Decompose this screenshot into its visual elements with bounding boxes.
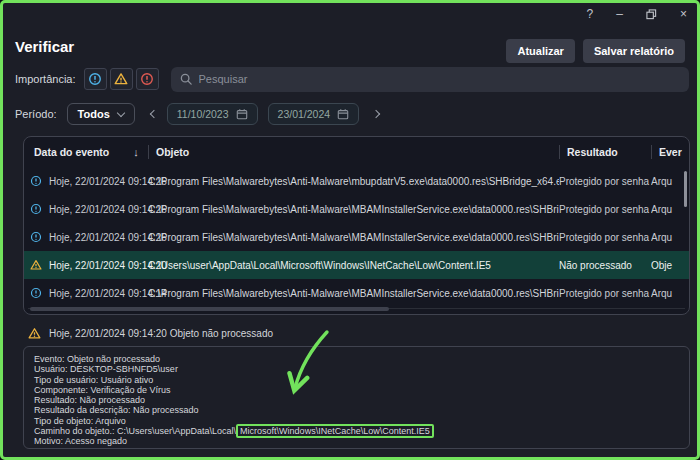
result-cell: Protegido por senha <box>559 232 651 243</box>
severity-critical-filter-button[interactable] <box>136 68 159 90</box>
detail-line: Resultado da descrição: Não processado <box>34 405 679 415</box>
date-from-value: 11/10/2023 <box>177 108 229 120</box>
detail-header: Hoje, 22/01/2024 09:14:20 Objeto não pro… <box>28 327 273 340</box>
info-icon <box>30 175 42 187</box>
column-header-result[interactable]: Resultado <box>559 137 651 167</box>
report-window: ?–× Verificar Atualizar Salvar relatório… <box>0 0 700 460</box>
event-type-cell: Arqu <box>651 288 689 299</box>
detail-line: Tipo de usuário: Usuário ativo <box>34 375 679 385</box>
severity-warning-filter-button[interactable] <box>110 68 133 90</box>
refresh-button[interactable]: Atualizar <box>506 39 574 63</box>
date-to-value: 23/01/2024 <box>278 108 331 120</box>
detail-line: Usuário: DESKTOP-SBHNFD5\user <box>34 364 679 374</box>
event-type-cell: Arqu <box>651 232 689 243</box>
period-row: Período: Todos 11/10/2023 23/01/2024 <box>15 102 379 126</box>
event-date-cell: Hoje, 22/01/2024 09:14:14 <box>24 287 148 299</box>
info-icon <box>30 203 42 215</box>
table-row[interactable]: Hoje, 22/01/2024 09:14:26C:\Program File… <box>24 167 689 195</box>
events-table: Data do evento ↓ Objeto Resultado Ever H… <box>23 136 690 315</box>
object-path-cell: C:\Program Files\Malwarebytes\Anti-Malwa… <box>148 204 559 215</box>
save-report-button[interactable]: Salvar relatório <box>583 39 685 63</box>
detail-line: Resultado: Não processado <box>34 395 679 405</box>
importance-label: Importância: <box>15 73 76 85</box>
event-date-cell: Hoje, 22/01/2024 09:14:26 <box>24 231 148 243</box>
calendar-icon <box>236 108 248 120</box>
search-box <box>171 67 689 92</box>
column-header-event[interactable]: Ever <box>651 137 689 167</box>
date-from-field[interactable]: 11/10/2023 <box>167 103 258 125</box>
restore-icon <box>646 9 657 20</box>
result-cell: Protegido por senha <box>559 288 651 299</box>
filter-row: Importância: <box>15 66 689 92</box>
detail-box: Evento: Objeto não processadoUsuário: DE… <box>23 346 690 449</box>
warning-icon <box>28 327 41 340</box>
period-label: Período: <box>15 108 57 120</box>
result-cell: Protegido por senha <box>559 176 651 187</box>
detail-line: Componente: Verificação de Vírus <box>34 385 679 395</box>
chevron-right-icon[interactable] <box>372 110 380 118</box>
table-row[interactable]: Hoje, 22/01/2024 09:14:26C:\Program File… <box>24 195 689 223</box>
event-date-cell: Hoje, 22/01/2024 09:14:26 <box>24 203 148 215</box>
info-icon <box>30 287 42 299</box>
titlebar-controls: ?–× <box>587 7 687 21</box>
column-header-date[interactable]: Data do evento ↓ <box>24 137 148 167</box>
event-type-cell: Obje <box>651 260 689 271</box>
chevron-left-icon[interactable] <box>150 110 158 118</box>
event-date-cell: Hoje, 22/01/2024 09:14:26 <box>24 175 148 187</box>
table-row[interactable]: Hoje, 22/01/2024 09:14:14C:\Program File… <box>24 279 689 307</box>
result-cell: Não processado <box>559 260 651 271</box>
help-button[interactable]: ? <box>587 7 594 21</box>
severity-filter-group <box>84 68 159 90</box>
page-title: Verificar <box>15 38 74 55</box>
object-path-cell: C:\Program Files\Malwarebytes\Anti-Malwa… <box>148 232 559 243</box>
restore-button[interactable] <box>646 9 657 20</box>
calendar-icon <box>337 108 349 120</box>
header-buttons: Atualizar Salvar relatório <box>506 39 685 63</box>
sort-descending-icon: ↓ <box>133 146 139 158</box>
vertical-scrollbar[interactable] <box>684 171 687 207</box>
severity-info-filter-button[interactable] <box>84 68 107 90</box>
table-body: Hoje, 22/01/2024 09:14:26C:\Program File… <box>24 167 689 307</box>
object-path-cell: C:\Users\user\AppData\Local\Microsoft\Wi… <box>148 260 559 271</box>
info-icon <box>30 231 42 243</box>
column-header-object[interactable]: Objeto <box>148 137 559 167</box>
object-path-cell: C:\Program Files\Malwarebytes\Anti-Malwa… <box>148 176 559 187</box>
date-to-field[interactable]: 23/01/2024 <box>268 103 360 125</box>
table-row[interactable]: Hoje, 22/01/2024 09:14:20C:\Users\user\A… <box>24 251 689 279</box>
info-icon <box>88 72 102 86</box>
detail-object-path-line: Caminho do objeto.: C:\Users\user\AppDat… <box>34 426 679 436</box>
search-input[interactable] <box>199 73 689 85</box>
event-date-cell: Hoje, 22/01/2024 09:14:20 <box>24 259 148 271</box>
table-row[interactable]: Hoje, 22/01/2024 09:14:26C:\Program File… <box>24 223 689 251</box>
search-icon <box>180 73 192 85</box>
horizontal-scrollbar[interactable] <box>30 307 389 311</box>
critical-icon <box>140 72 154 86</box>
detail-lines: Evento: Objeto não processadoUsuário: DE… <box>34 354 679 426</box>
period-dropdown[interactable]: Todos <box>67 103 135 125</box>
close-button[interactable]: × <box>680 7 687 21</box>
minimize-button[interactable]: – <box>616 7 623 21</box>
warning-icon <box>30 259 42 271</box>
chevron-down-icon <box>117 108 125 116</box>
period-dropdown-value: Todos <box>78 108 110 120</box>
detail-line: Evento: Objeto não processado <box>34 354 679 364</box>
result-cell: Protegido por senha <box>559 204 651 215</box>
table-header: Data do evento ↓ Objeto Resultado Ever <box>24 137 689 167</box>
warning-icon <box>114 72 128 86</box>
detail-header-text: Hoje, 22/01/2024 09:14:20 Objeto não pro… <box>49 328 273 339</box>
annotation-highlight-box: Microsoft\Windows\INetCache\Low\Content.… <box>236 424 434 438</box>
object-path-cell: C:\Program Files\Malwarebytes\Anti-Malwa… <box>148 288 559 299</box>
